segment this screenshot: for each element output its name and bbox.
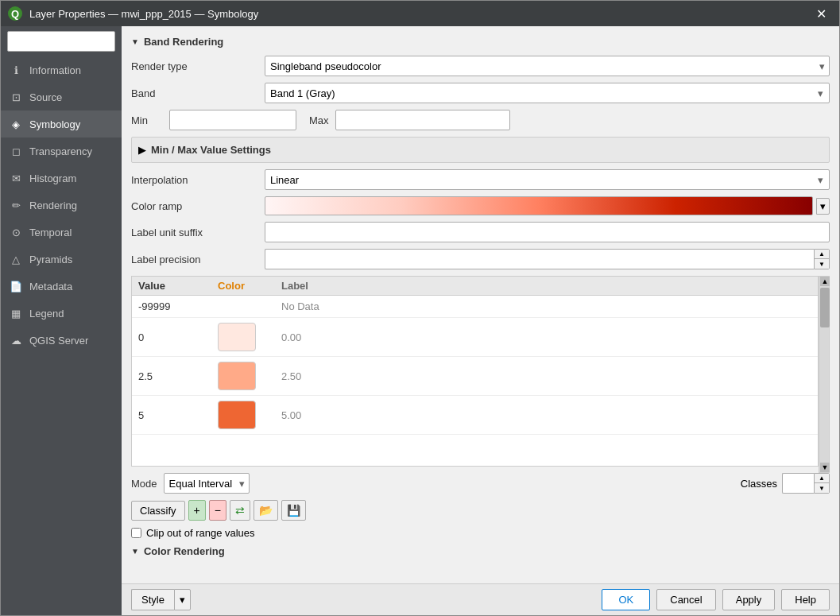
mode-row: Mode Equal Interval Classes 6 ▲ ▼ (131, 473, 830, 494)
sidebar-label-histogram: Histogram (29, 172, 76, 184)
color-rendering-title: Color Rendering (144, 545, 225, 557)
sidebar-item-temporal[interactable]: ⊙ Temporal (1, 219, 122, 246)
sidebar-item-symbology[interactable]: ◈ Symbology (1, 110, 122, 138)
information-icon: ℹ (9, 63, 23, 77)
render-type-row: Render type Singleband pseudocolor (131, 56, 830, 76)
help-button[interactable]: Help (781, 589, 830, 610)
row-label-nodata: No Data (281, 300, 811, 312)
row-label-5: 5.00 (281, 409, 811, 421)
row-value-nodata: -99999 (138, 300, 218, 312)
label-precision-row: Label precision 2 ▲ ▼ (131, 249, 830, 269)
sidebar-item-histogram[interactable]: ✉ Histogram (1, 165, 122, 192)
classes-label: Classes (741, 478, 777, 490)
table-row: 5 5.00 (132, 396, 818, 435)
sidebar-item-rendering[interactable]: ✏ Rendering (1, 192, 122, 219)
close-button[interactable]: ✕ (810, 3, 833, 25)
ok-button[interactable]: OK (602, 589, 650, 610)
search-input[interactable] (7, 31, 115, 52)
save-colormap-button[interactable]: 💾 (281, 500, 306, 521)
label-precision-control: 2 ▲ ▼ (265, 249, 830, 269)
color-ramp-dropdown-button[interactable]: ▾ (816, 198, 830, 215)
row-label-0: 0.00 (281, 331, 811, 343)
row-value-5: 5 (138, 409, 218, 421)
sidebar: ℹ Information ⊡ Source ◈ Symbology ◻ Tra… (1, 26, 122, 615)
classes-down[interactable]: ▼ (815, 483, 829, 493)
sidebar-label-transparency: Transparency (29, 145, 92, 157)
color-swatch-0[interactable] (218, 323, 256, 351)
clip-checkbox[interactable] (131, 528, 141, 538)
color-ramp-control: ▾ (265, 196, 830, 215)
remove-class-button[interactable]: − (209, 500, 226, 521)
classes-up[interactable]: ▲ (815, 474, 829, 483)
main-content: ℹ Information ⊡ Source ◈ Symbology ◻ Tra… (1, 26, 839, 615)
rendering-icon: ✏ (9, 198, 23, 212)
metadata-icon: 📄 (9, 279, 23, 293)
sidebar-label-metadata: Metadata (29, 281, 72, 293)
color-swatch-5[interactable] (218, 401, 256, 429)
col-label-header: Label (281, 280, 811, 292)
classes-section: Classes 6 ▲ ▼ (741, 473, 830, 494)
max-label: Max (309, 114, 329, 126)
label-unit-suffix-input[interactable] (265, 222, 830, 242)
mode-label: Mode (131, 478, 157, 490)
interpolation-select[interactable]: Linear (265, 169, 830, 190)
cancel-button[interactable]: Cancel (656, 589, 715, 610)
style-main-button[interactable]: Style (131, 589, 174, 610)
clip-label: Clip out of range values (146, 527, 255, 539)
source-icon: ⊡ (9, 90, 23, 104)
sidebar-label-pyramids: Pyramids (29, 254, 72, 265)
interpolation-row: Interpolation Linear (131, 169, 830, 190)
flip-button[interactable]: ⇄ (230, 500, 250, 521)
sidebar-label-source: Source (29, 91, 62, 103)
mode-select[interactable]: Equal Interval (164, 473, 250, 494)
row-color-25 (218, 362, 281, 390)
label-precision-label: Label precision (131, 254, 258, 265)
min-max-row: Min -99999 Max 10 (131, 110, 830, 130)
label-precision-down[interactable]: ▼ (815, 259, 829, 269)
render-type-select[interactable]: Singleband pseudocolor (265, 56, 830, 76)
max-input[interactable]: 10 (335, 110, 510, 130)
transparency-icon: ◻ (9, 144, 23, 158)
label-precision-input[interactable]: 2 (265, 249, 814, 269)
sidebar-item-metadata[interactable]: 📄 Metadata (1, 273, 122, 300)
sidebar-item-legend[interactable]: ▦ Legend (1, 300, 122, 327)
color-ramp-label: Color ramp (131, 200, 258, 212)
sidebar-label-qgis-server: QGIS Server (29, 335, 88, 347)
sidebar-item-pyramids[interactable]: △ Pyramids (1, 246, 122, 273)
min-label: Min (131, 114, 163, 126)
band-rendering-header: ▼ Band Rendering (131, 36, 830, 48)
sidebar-label-legend: Legend (29, 308, 64, 320)
classes-input[interactable]: 6 (782, 473, 814, 494)
add-class-button[interactable]: + (188, 500, 206, 521)
sidebar-label-temporal: Temporal (29, 227, 72, 238)
table-row: 0 0.00 (132, 318, 818, 357)
band-control: Band 1 (Gray) (265, 83, 830, 103)
mode-select-wrapper: Equal Interval (164, 473, 250, 494)
min-input[interactable]: -99999 (169, 110, 296, 130)
color-table-scrollbar[interactable]: ▲ ▼ (819, 276, 830, 473)
color-swatch-25[interactable] (218, 362, 256, 390)
panel-content: ▼ Band Rendering Render type Singleband … (122, 26, 839, 583)
style-arrow-button[interactable]: ▾ (174, 589, 191, 610)
svg-text:Q: Q (11, 8, 19, 20)
color-ramp-preview[interactable] (265, 196, 813, 215)
sidebar-item-source[interactable]: ⊡ Source (1, 83, 122, 110)
table-row: 2.5 2.50 (132, 357, 818, 396)
classes-spinner-wrapper: 6 ▲ ▼ (782, 473, 830, 494)
symbology-icon: ◈ (9, 117, 23, 131)
apply-button[interactable]: Apply (722, 589, 776, 610)
sidebar-item-qgis-server[interactable]: ☁ QGIS Server (1, 327, 122, 354)
sidebar-item-transparency[interactable]: ◻ Transparency (1, 138, 122, 165)
classify-button[interactable]: Classify (131, 501, 185, 521)
color-ramp-row: Color ramp ▾ (131, 196, 830, 215)
sidebar-item-information[interactable]: ℹ Information (1, 56, 122, 83)
band-select[interactable]: Band 1 (Gray) (265, 83, 830, 103)
label-unit-suffix-control (265, 222, 830, 242)
sidebar-label-rendering: Rendering (29, 200, 77, 211)
render-type-label: Render type (131, 60, 258, 72)
app-icon: Q (7, 6, 23, 21)
load-colormap-button[interactable]: 📂 (254, 500, 278, 521)
label-precision-up[interactable]: ▲ (815, 250, 829, 259)
band-row: Band Band 1 (Gray) (131, 83, 830, 103)
col-value-header: Value (138, 280, 218, 292)
